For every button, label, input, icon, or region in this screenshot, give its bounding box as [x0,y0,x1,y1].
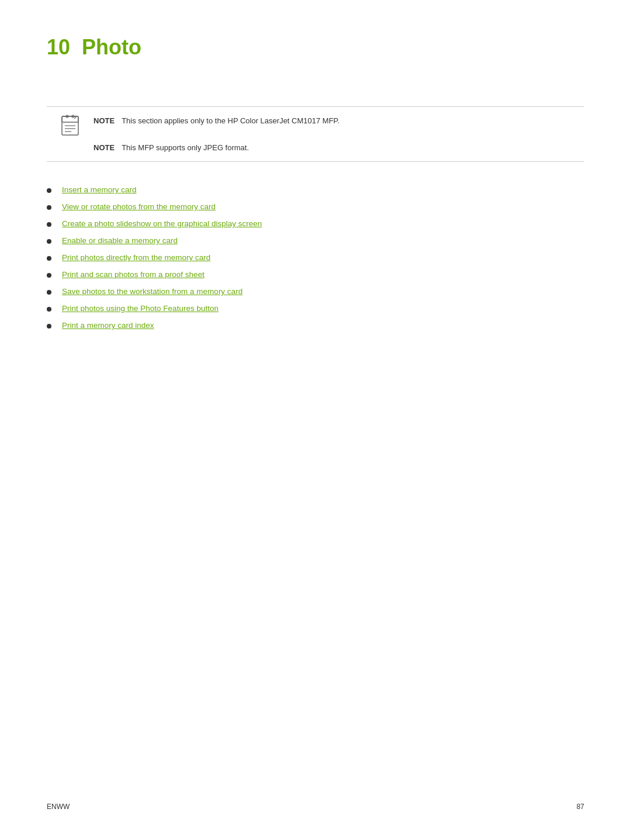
note-box: NOTE This section applies only to the HP… [47,106,584,162]
list-item: Print photos directly from the memory ca… [47,253,584,262]
bullet-icon [47,273,51,278]
list-item: Print a memory card index [47,321,584,330]
toc-link-slideshow[interactable]: Create a photo slideshow on the graphica… [62,219,262,228]
list-item: Insert a memory card [47,185,584,194]
bullet-icon [47,239,51,244]
toc-link-save[interactable]: Save photos to the workstation from a me… [62,287,242,296]
page-footer: ENWW 87 [47,803,584,811]
note-row-2: NOTE This MFP supports only JPEG format. [93,143,573,152]
toc-link-insert[interactable]: Insert a memory card [62,185,137,194]
bullet-icon [47,222,51,227]
list-item: View or rotate photos from the memory ca… [47,202,584,211]
note-label-2: NOTE [93,143,115,152]
list-item: Print photos using the Photo Features bu… [47,304,584,313]
toc-list: Insert a memory card View or rotate phot… [47,185,584,330]
bullet-icon [47,307,51,312]
list-item: Print and scan photos from a proof sheet [47,270,584,279]
bullet-icon [47,188,51,193]
chapter-title: Photo [82,35,141,60]
note-icon [58,114,82,137]
chapter-number: 10 [47,35,70,60]
note-label-1: NOTE [93,116,115,125]
toc-link-index[interactable]: Print a memory card index [62,321,154,330]
toc-link-enable[interactable]: Enable or disable a memory card [62,236,178,245]
list-item: Create a photo slideshow on the graphica… [47,219,584,228]
note-text-2: This MFP supports only JPEG format. [122,143,249,152]
footer-enww: ENWW [47,803,70,811]
toc-link-photo-features[interactable]: Print photos using the Photo Features bu… [62,304,219,313]
bullet-icon [47,290,51,295]
toc-link-view[interactable]: View or rotate photos from the memory ca… [62,202,216,211]
toc-link-proof[interactable]: Print and scan photos from a proof sheet [62,270,204,279]
note-content-1: NOTE This section applies only to the HP… [93,116,339,125]
bullet-icon [47,256,51,261]
toc-link-print-direct[interactable]: Print photos directly from the memory ca… [62,253,210,262]
note-row-1: NOTE This section applies only to the HP… [58,116,573,137]
note-text-1: This section applies only to the HP Colo… [122,116,339,125]
bullet-icon [47,205,51,210]
list-item: Enable or disable a memory card [47,236,584,245]
list-item: Save photos to the workstation from a me… [47,287,584,296]
footer-page-number: 87 [577,803,584,811]
bullet-icon [47,324,51,329]
